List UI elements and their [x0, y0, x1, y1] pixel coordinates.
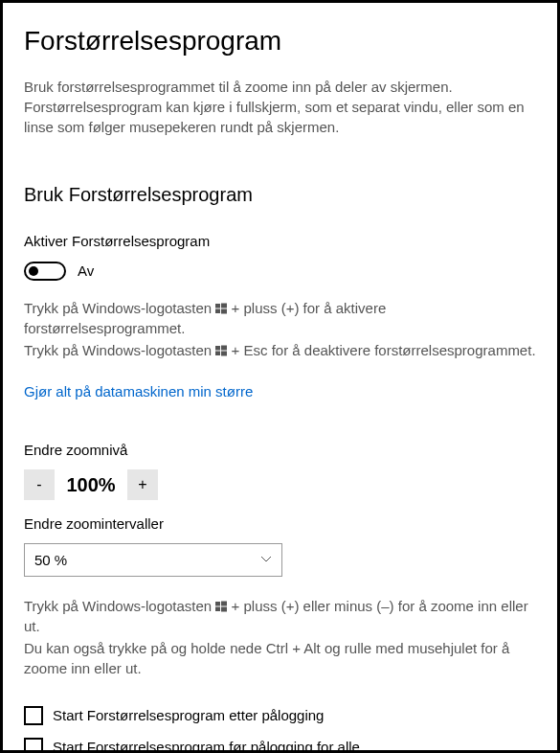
zoom-value: 100%	[62, 471, 120, 498]
start-after-login-checkbox[interactable]	[24, 706, 43, 725]
zoom-interval-select[interactable]: 50 %	[24, 543, 282, 577]
zoom-interval-value: 50 %	[34, 550, 67, 570]
start-before-login-checkbox[interactable]	[24, 738, 43, 753]
zoom-out-button[interactable]: -	[24, 469, 55, 500]
help-zoom-scroll: Du kan også trykke på og holde nede Ctrl…	[24, 638, 536, 678]
page-title: Forstørrelsesprogram	[24, 22, 536, 59]
windows-logo-icon	[215, 303, 227, 314]
toggle-knob	[29, 266, 38, 276]
activate-label: Aktiver Forstørrelsesprogram	[24, 231, 536, 251]
svg-rect-10	[215, 607, 220, 612]
make-everything-bigger-link[interactable]: Gjør alt på datamaskinen min større	[24, 381, 253, 401]
svg-rect-4	[215, 346, 220, 351]
start-after-login-checkbox-row[interactable]: Start Forstørrelsesprogram etter påloggi…	[24, 705, 536, 725]
help-zoom-keys: Trykk på Windows-logotasten + pluss (+) …	[24, 596, 536, 636]
zoom-level-label: Endre zoomnivå	[24, 440, 536, 460]
help-activate: Trykk på Windows-logotasten + pluss (+) …	[24, 298, 536, 338]
activate-toggle[interactable]	[24, 262, 66, 281]
toggle-state-label: Av	[78, 261, 94, 281]
windows-logo-icon	[215, 601, 227, 612]
svg-rect-0	[215, 304, 220, 308]
svg-rect-2	[215, 309, 220, 314]
start-before-login-checkbox-row[interactable]: Start Forstørrelsesprogram før pålogging…	[24, 737, 536, 753]
start-after-login-label: Start Forstørrelsesprogram etter påloggi…	[53, 705, 324, 725]
windows-logo-icon	[215, 345, 227, 356]
section-use-heading: Bruk Forstørrelsesprogram	[24, 181, 536, 208]
zoom-interval-label: Endre zoomintervaller	[24, 513, 536, 534]
page-description: Bruk forstørrelsesprogrammet til å zoome…	[24, 77, 536, 137]
start-before-login-label: Start Forstørrelsesprogram før pålogging…	[53, 737, 360, 753]
help-deactivate: Trykk på Windows-logotasten + Esc for å …	[24, 340, 536, 360]
svg-rect-8	[215, 602, 220, 606]
svg-rect-6	[215, 352, 220, 356]
zoom-in-button[interactable]: +	[127, 469, 158, 500]
chevron-down-icon	[260, 552, 272, 568]
